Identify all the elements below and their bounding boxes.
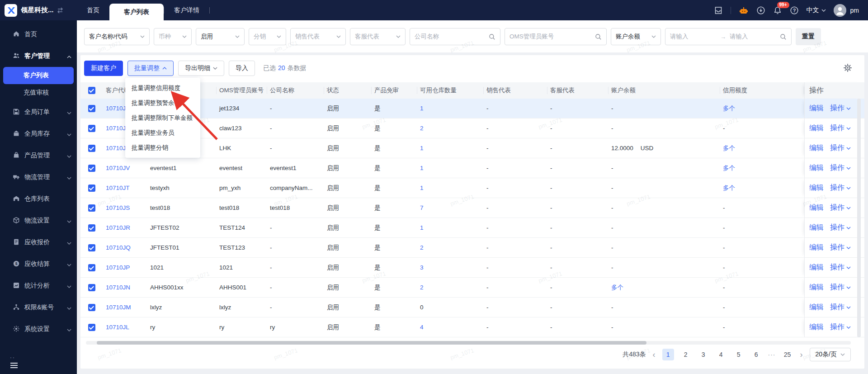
- collapse-menu-icon[interactable]: [10, 362, 18, 369]
- row-actions-button[interactable]: 操作: [830, 143, 851, 153]
- row-checkbox[interactable]: [88, 224, 95, 232]
- next-page-button[interactable]: ›: [799, 350, 804, 360]
- filter-service-rep[interactable]: 客服代表: [350, 28, 406, 45]
- edit-button[interactable]: 编辑: [809, 322, 824, 332]
- warehouse-count-link[interactable]: 7: [420, 204, 424, 211]
- sidebar-item-home[interactable]: 首页: [0, 24, 77, 45]
- filter-distribution[interactable]: 分销: [249, 28, 286, 45]
- row-actions-button[interactable]: 操作: [830, 203, 851, 213]
- customer-code-link[interactable]: 10710JR: [106, 224, 130, 231]
- credit-multiple-link[interactable]: 多个: [723, 184, 735, 192]
- batch-adjust-button[interactable]: 批量调整: [127, 61, 174, 76]
- filter-status[interactable]: 启用: [196, 28, 245, 45]
- sidebar-item-global-inventory[interactable]: 全局库存: [0, 123, 77, 145]
- language-selector[interactable]: 中文: [807, 6, 826, 14]
- sidebar-item-global-orders[interactable]: 全局订单: [0, 101, 77, 123]
- robot-assistant-icon[interactable]: [739, 5, 749, 15]
- edit-button[interactable]: 编辑: [809, 203, 824, 213]
- row-actions-button[interactable]: 操作: [830, 283, 851, 292]
- notifications-bell-icon[interactable]: 99+: [773, 6, 782, 15]
- batch-menu-item-1[interactable]: 批量调整信用额度: [125, 80, 200, 95]
- filter-account-balance[interactable]: 账户余额: [611, 28, 661, 45]
- customer-code-link[interactable]: 10710JN: [106, 284, 130, 291]
- tab-customer-list[interactable]: 客户列表: [109, 4, 164, 20]
- page-size-selector[interactable]: 20条/页: [810, 348, 851, 361]
- vertical-scrollbar[interactable]: [857, 99, 861, 337]
- tab-customer-detail[interactable]: 客户详情: [164, 0, 209, 20]
- row-checkbox[interactable]: [88, 185, 95, 192]
- filter-customer-name-code[interactable]: 客户名称/代码: [84, 28, 150, 45]
- warehouse-count-link[interactable]: 2: [420, 244, 424, 251]
- page-number-3[interactable]: 3: [698, 349, 709, 360]
- sidebar-item-product-management[interactable]: 产品管理: [0, 145, 77, 166]
- credit-multiple-link[interactable]: 多个: [723, 164, 735, 172]
- filter-sales-rep[interactable]: 销售代表: [290, 28, 346, 45]
- export-detail-button[interactable]: 导出明细: [178, 61, 224, 76]
- download-icon[interactable]: [756, 6, 765, 15]
- page-number-1[interactable]: 1: [662, 349, 674, 360]
- warehouse-count-link[interactable]: 2: [420, 284, 424, 291]
- batch-menu-item-5[interactable]: 批量调整分销: [125, 140, 200, 155]
- edit-button[interactable]: 编辑: [809, 143, 824, 153]
- sidebar-item-permissions-accounts[interactable]: 权限&账号: [0, 297, 77, 318]
- page-number-6[interactable]: 6: [750, 349, 762, 360]
- row-checkbox[interactable]: [88, 304, 95, 311]
- row-checkbox[interactable]: [88, 264, 95, 271]
- edit-button[interactable]: 编辑: [809, 263, 824, 272]
- warehouse-count-link[interactable]: 1: [420, 185, 424, 191]
- sidebar-item-system-settings[interactable]: 系统设置: [0, 318, 77, 340]
- edit-button[interactable]: 编辑: [809, 243, 824, 252]
- edit-button[interactable]: 编辑: [809, 163, 824, 173]
- row-actions-button[interactable]: 操作: [830, 104, 851, 113]
- warehouse-count-link[interactable]: 2: [420, 125, 424, 132]
- row-checkbox[interactable]: [88, 284, 95, 291]
- filter-balance-range[interactable]: 请输入→请输入: [665, 28, 792, 45]
- balance-multiple-link[interactable]: 多个: [611, 284, 623, 292]
- row-actions-button[interactable]: 操作: [830, 243, 851, 252]
- user-avatar[interactable]: [834, 4, 846, 17]
- edit-button[interactable]: 编辑: [809, 223, 824, 232]
- edit-button[interactable]: 编辑: [809, 283, 824, 292]
- select-all-checkbox[interactable]: [88, 87, 95, 94]
- tab-home[interactable]: 首页: [77, 0, 109, 20]
- sidebar-item-receivable-settlement[interactable]: $应收结算: [0, 253, 77, 275]
- row-actions-button[interactable]: 操作: [830, 263, 851, 272]
- table-settings-gear-icon[interactable]: [843, 63, 853, 75]
- range-from-input[interactable]: 请输入: [670, 33, 717, 41]
- row-actions-button[interactable]: 操作: [830, 303, 851, 312]
- sidebar-item-customer-management[interactable]: 客户管理: [0, 45, 77, 67]
- edit-button[interactable]: 编辑: [809, 303, 824, 312]
- pagination-ellipsis-button[interactable]: ···: [768, 351, 776, 358]
- row-checkbox[interactable]: [88, 324, 95, 331]
- row-actions-button[interactable]: 操作: [830, 183, 851, 193]
- warehouse-count-link[interactable]: 1: [420, 105, 424, 112]
- row-checkbox[interactable]: [88, 105, 95, 112]
- sidebar-item-logistics-management[interactable]: 物流管理: [0, 166, 77, 188]
- customer-code-link[interactable]: 10710JM: [106, 304, 131, 311]
- sidebar-item-statistics-analysis[interactable]: 统计分析: [0, 275, 77, 297]
- customer-code-link[interactable]: 10710JS: [106, 204, 130, 211]
- customer-code-link[interactable]: 10710JL: [106, 324, 129, 331]
- inbox-icon[interactable]: [714, 6, 723, 15]
- row-actions-button[interactable]: 操作: [830, 123, 851, 133]
- range-to-input[interactable]: 请输入: [730, 33, 776, 41]
- warehouse-count-link[interactable]: 1: [420, 165, 424, 171]
- edit-button[interactable]: 编辑: [809, 183, 824, 193]
- row-actions-button[interactable]: 操作: [830, 223, 851, 232]
- credit-multiple-link[interactable]: 多个: [723, 104, 735, 113]
- sidebar-item-logistics-settings[interactable]: 物流设置: [0, 210, 77, 232]
- batch-menu-item-2[interactable]: 批量调整预警余额: [125, 95, 200, 110]
- warehouse-count-link[interactable]: 3: [420, 264, 424, 271]
- row-checkbox[interactable]: [88, 165, 95, 172]
- page-number-4[interactable]: 4: [715, 349, 727, 360]
- sidebar-item-recharge-review[interactable]: 充值审核: [0, 84, 77, 101]
- batch-menu-item-4[interactable]: 批量调整业务员: [125, 125, 200, 140]
- sidebar-item-receivable-quotes[interactable]: 应收报价: [0, 232, 77, 253]
- sidebar-item-customer-list[interactable]: 客户列表: [3, 67, 74, 84]
- import-button[interactable]: 导入: [229, 61, 255, 76]
- new-customer-button[interactable]: 新建客户: [84, 61, 123, 76]
- filter-company-name[interactable]: 公司名称: [410, 28, 500, 45]
- row-checkbox[interactable]: [88, 145, 95, 152]
- switch-app-icon[interactable]: [57, 7, 64, 14]
- sidebar-item-warehouse-list[interactable]: 仓库列表: [0, 188, 77, 210]
